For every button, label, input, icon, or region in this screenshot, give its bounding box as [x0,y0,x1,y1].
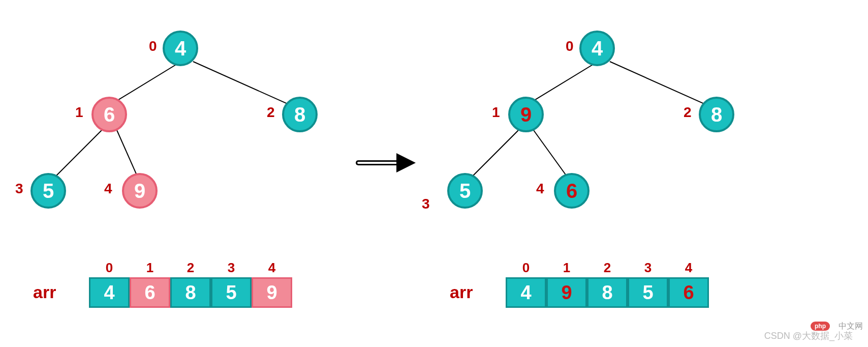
node-index: 2 [267,104,275,121]
array-index: 0 [89,260,130,276]
array-label: arr [450,282,473,302]
array-index: 4 [668,260,709,276]
array: 46859 [89,277,292,308]
tree-node-0: 4 [579,31,615,66]
node-value: 4 [592,37,603,60]
tree-node-3: 5 [30,173,66,209]
array-cell: 5 [628,277,668,308]
array-label: arr [33,282,56,302]
node-value: 5 [43,180,54,203]
node-index: 0 [149,38,157,54]
tree-node-2: 8 [699,97,734,132]
array-cell: 9 [252,277,292,308]
node-index: 0 [566,38,574,54]
array-cell: 9 [546,277,587,308]
array-cell: 8 [587,277,628,308]
node-value: 8 [294,103,305,126]
array-index: 1 [130,260,170,276]
array-index: 2 [587,260,628,276]
node-value: 5 [459,180,471,203]
tree-node-0: 4 [163,31,198,66]
array-cell: 4 [89,277,130,308]
node-value: 6 [566,180,577,203]
array-cell: 6 [668,277,709,308]
array-cell: 5 [211,277,252,308]
array-index: 3 [211,260,252,276]
node-index: 2 [684,104,692,121]
array-index: 4 [252,260,292,276]
tree-node-4: 9 [122,173,158,209]
tree-node-3: 5 [447,173,483,209]
arrow-icon [356,155,417,170]
array-cell: 6 [130,277,170,308]
node-value: 6 [104,103,115,126]
watermark-cn: 中文网 [839,321,863,332]
tree-node-1: 6 [91,97,127,132]
php-badge: php [811,322,830,331]
array: 49856 [506,277,709,308]
node-index: 3 [15,181,23,197]
tree-node-2: 8 [282,97,318,132]
node-value: 9 [134,180,145,203]
node-index: 3 [422,196,430,212]
node-value: 9 [520,103,532,126]
node-value: 8 [711,103,722,126]
tree-node-4: 6 [554,173,590,209]
array-index: 1 [546,260,587,276]
node-index: 4 [536,181,544,197]
node-index: 1 [492,104,500,121]
array-cell: 8 [170,277,211,308]
array-index: 3 [628,260,668,276]
node-value: 4 [175,37,186,60]
tree-node-1: 9 [508,97,544,132]
array-index: 0 [506,260,546,276]
node-index: 1 [75,104,83,121]
array-index: 2 [170,260,211,276]
array-cell: 4 [506,277,546,308]
node-index: 4 [104,181,112,197]
